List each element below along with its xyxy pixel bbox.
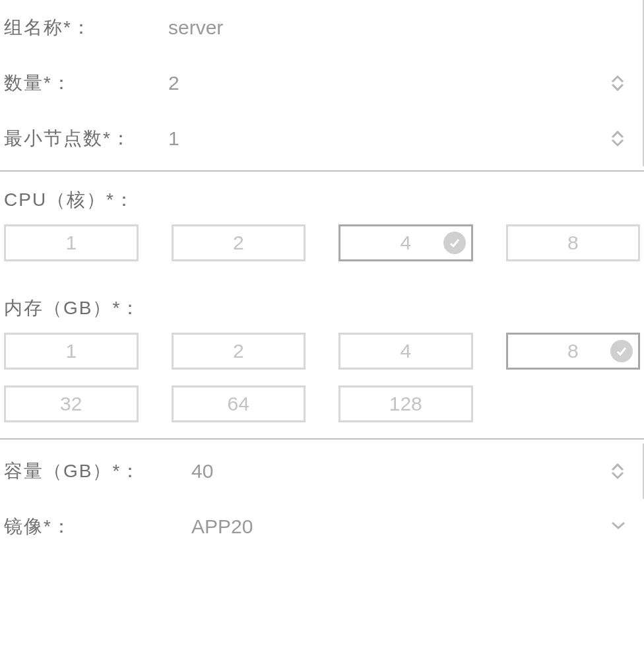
option-value: 32 — [6, 393, 137, 415]
min-nodes-stepper[interactable] — [611, 131, 624, 147]
chevron-up-icon — [611, 75, 624, 83]
memory-option-grid: 12483264128 — [0, 329, 644, 434]
label-min-nodes: 最小节点数*： — [0, 126, 168, 151]
chevron-down-icon — [611, 471, 624, 479]
value-area-quantity: 2 — [168, 72, 643, 94]
cpu-options-option-4[interactable]: 4 — [338, 224, 473, 261]
memory-options-option-1[interactable]: 1 — [4, 333, 139, 370]
capacity-stepper[interactable] — [611, 463, 624, 479]
label-memory: 内存（GB）*： — [0, 280, 644, 329]
config-form: 组名称*： server 数量*： 2 最小节点数*： 1 CPU（核）*： 1… — [0, 0, 644, 554]
label-capacity: 容量（GB）*： — [0, 459, 191, 484]
memory-options-option-64[interactable]: 64 — [172, 385, 306, 422]
option-value: 64 — [174, 393, 304, 415]
option-value: 2 — [174, 232, 304, 254]
row-group-name: 组名称*： server — [0, 0, 644, 55]
row-min-nodes: 最小节点数*： 1 — [0, 111, 644, 166]
row-capacity: 容量（GB）*： 40 — [0, 444, 644, 499]
cpu-options-option-8[interactable]: 8 — [506, 224, 641, 261]
memory-options-option-4[interactable]: 4 — [338, 333, 473, 370]
option-value: 1 — [6, 340, 137, 362]
chevron-up-icon — [611, 463, 624, 471]
value-area-group-name: server — [168, 16, 643, 39]
check-icon — [610, 340, 633, 362]
memory-options-option-2[interactable]: 2 — [172, 333, 306, 370]
option-value: 2 — [174, 340, 304, 362]
value-area-image: APP20 — [191, 515, 644, 538]
chevron-up-icon — [611, 131, 624, 139]
capacity-input[interactable]: 40 — [191, 460, 213, 482]
memory-options-option-8[interactable]: 8 — [506, 333, 641, 370]
label-cpu: CPU（核）*： — [0, 172, 644, 220]
memory-options-option-128[interactable]: 128 — [338, 385, 473, 422]
chevron-down-icon — [611, 521, 626, 530]
label-quantity: 数量*： — [0, 71, 168, 96]
cpu-options-option-2[interactable]: 2 — [172, 224, 306, 261]
option-value: 8 — [508, 232, 639, 254]
check-icon — [443, 232, 466, 254]
chevron-down-icon — [611, 139, 624, 147]
value-area-min-nodes: 1 — [168, 127, 643, 150]
label-image: 镜像*： — [0, 514, 191, 539]
cpu-option-grid: 1248 — [0, 220, 644, 273]
memory-options-option-32[interactable]: 32 — [4, 385, 139, 422]
row-quantity: 数量*： 2 — [0, 55, 644, 111]
quantity-stepper[interactable] — [611, 75, 624, 91]
image-select[interactable]: APP20 — [191, 515, 253, 538]
quantity-input[interactable]: 2 — [168, 72, 179, 94]
image-dropdown-toggle[interactable] — [611, 521, 626, 533]
group-name-input[interactable]: server — [168, 16, 223, 39]
option-value: 1 — [6, 232, 137, 254]
row-image: 镜像*： APP20 — [0, 499, 644, 554]
chevron-down-icon — [611, 83, 624, 91]
option-value: 4 — [340, 340, 471, 362]
divider — [0, 438, 644, 440]
min-nodes-input[interactable]: 1 — [168, 127, 179, 150]
label-group-name: 组名称*： — [0, 15, 168, 40]
cpu-options-option-1[interactable]: 1 — [4, 224, 139, 261]
option-value: 128 — [340, 393, 471, 415]
value-area-capacity: 40 — [191, 460, 643, 482]
